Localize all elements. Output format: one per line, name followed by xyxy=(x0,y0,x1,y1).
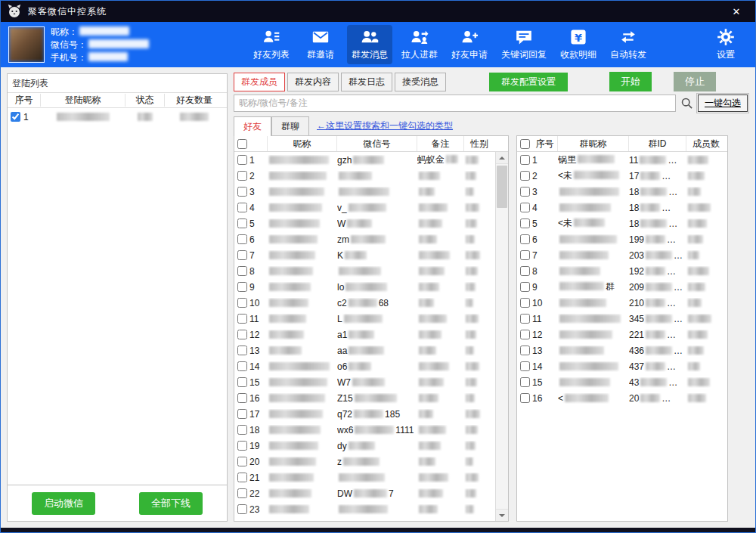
friend-row[interactable]: 1gzh蚂蚁金 xyxy=(234,152,495,168)
friend-row[interactable]: 10c268 xyxy=(234,295,495,311)
friend-row-checkbox[interactable] xyxy=(237,377,247,387)
friend-row[interactable]: 19dy xyxy=(234,438,495,454)
tab-members[interactable]: 群发成员 xyxy=(234,73,285,91)
group-row[interactable]: 418… xyxy=(517,200,727,215)
group-row-checkbox[interactable] xyxy=(520,393,530,403)
tab-log[interactable]: 群发日志 xyxy=(341,73,392,91)
group-row-checkbox[interactable] xyxy=(520,187,530,197)
login-row-checkbox[interactable] xyxy=(11,112,20,122)
friend-row[interactable]: 8 xyxy=(234,263,495,279)
search-icon[interactable] xyxy=(680,97,693,110)
friend-row-checkbox[interactable] xyxy=(237,393,247,403)
group-row[interactable]: 2<未17… xyxy=(517,168,727,184)
nav-item-mass-message[interactable]: 群发消息 xyxy=(347,25,392,64)
friend-row[interactable]: 14o6 xyxy=(234,358,495,374)
nav-item-friend-list[interactable]: 好友列表 xyxy=(249,25,294,64)
group-row[interactable]: 1锅里11… xyxy=(517,152,727,168)
group-row-checkbox[interactable] xyxy=(520,234,530,244)
friend-row-checkbox[interactable] xyxy=(237,266,247,276)
friend-row[interactable]: 9lo xyxy=(234,279,495,295)
all-offline-button[interactable]: 全部下线 xyxy=(139,492,203,515)
friend-row[interactable]: 21 xyxy=(234,469,495,485)
friends-select-all-checkbox[interactable] xyxy=(237,139,247,149)
friend-row-checkbox[interactable] xyxy=(237,171,247,181)
tab-content[interactable]: 群发内容 xyxy=(287,73,339,91)
group-row-checkbox[interactable] xyxy=(520,330,530,339)
scroll-down-icon[interactable] xyxy=(496,509,508,521)
group-row[interactable]: 12221… xyxy=(517,327,727,342)
friend-row[interactable]: 15W7 xyxy=(234,374,495,390)
scroll-up-icon[interactable] xyxy=(496,152,508,164)
friend-row[interactable]: 20z xyxy=(234,454,495,469)
friend-row-checkbox[interactable] xyxy=(237,409,247,419)
friend-row[interactable]: 17q72185 xyxy=(234,406,495,422)
friend-row-checkbox[interactable] xyxy=(237,155,247,165)
friend-row[interactable]: 18wx61111 xyxy=(234,422,495,438)
friend-row-checkbox[interactable] xyxy=(237,346,247,355)
friend-row-checkbox[interactable] xyxy=(237,282,247,292)
group-row-checkbox[interactable] xyxy=(520,155,530,165)
search-input[interactable] xyxy=(234,95,676,112)
group-row[interactable]: 13436… xyxy=(517,342,727,358)
group-row-checkbox[interactable] xyxy=(520,346,530,355)
friend-row-checkbox[interactable] xyxy=(237,488,247,498)
friend-row[interactable]: 11L xyxy=(234,311,495,327)
group-row[interactable]: 5<未18… xyxy=(517,215,727,231)
nav-item-auto-forward[interactable]: 自动转发 xyxy=(606,25,651,64)
group-row[interactable]: 318… xyxy=(517,184,727,200)
nav-item-payment-detail[interactable]: ¥收款明细 xyxy=(556,25,601,64)
group-row-checkbox[interactable] xyxy=(520,361,530,371)
friend-row-checkbox[interactable] xyxy=(237,504,247,514)
friend-row[interactable]: 23 xyxy=(234,501,495,517)
friend-row-checkbox[interactable] xyxy=(237,361,247,371)
friends-scrollbar[interactable] xyxy=(495,152,508,521)
group-row[interactable]: 9群209… xyxy=(517,279,727,295)
scrollbar-thumb[interactable] xyxy=(497,166,507,208)
search-type-hint-link[interactable]: ←这里设置搜索和一键勾选的类型 xyxy=(317,119,453,135)
close-icon[interactable]: ✕ xyxy=(723,1,749,22)
group-row-checkbox[interactable] xyxy=(520,282,530,292)
group-row-checkbox[interactable] xyxy=(520,298,530,308)
friend-row[interactable]: 2 xyxy=(234,168,495,184)
nav-item-group-invite[interactable]: 群邀请 xyxy=(299,25,342,64)
group-row[interactable]: 8192… xyxy=(517,263,727,279)
friend-row-checkbox[interactable] xyxy=(237,234,247,244)
friend-row[interactable]: 4v_ xyxy=(234,200,495,215)
group-row[interactable]: 1543… xyxy=(517,374,727,390)
group-row-checkbox[interactable] xyxy=(520,377,530,387)
friend-row[interactable]: 7K xyxy=(234,247,495,263)
mass-config-button[interactable]: 群发配置设置 xyxy=(489,73,568,91)
tab-receive[interactable]: 接受消息 xyxy=(395,73,446,91)
nav-item-keyword-reply[interactable]: 关键词回复 xyxy=(497,25,551,64)
friend-row[interactable]: 16Z15 xyxy=(234,390,495,406)
friend-row[interactable]: 3 xyxy=(234,184,495,200)
nav-item-settings[interactable]: 设置 xyxy=(704,25,748,64)
friend-row-checkbox[interactable] xyxy=(237,298,247,308)
friend-row-checkbox[interactable] xyxy=(237,473,247,482)
friend-row[interactable]: 13aa xyxy=(234,342,495,358)
subtab-groups[interactable]: 群聊 xyxy=(271,116,309,135)
friend-row-checkbox[interactable] xyxy=(237,330,247,339)
login-row[interactable]: 1 xyxy=(8,108,227,126)
friend-row-checkbox[interactable] xyxy=(237,457,247,466)
group-row[interactable]: 14437… xyxy=(517,358,727,374)
group-row[interactable]: 10210… xyxy=(517,295,727,311)
group-row-checkbox[interactable] xyxy=(520,314,530,324)
friend-row-checkbox[interactable] xyxy=(237,187,247,197)
friend-row-checkbox[interactable] xyxy=(237,314,247,324)
groups-select-all-checkbox[interactable] xyxy=(520,139,530,149)
stop-button[interactable]: 停止 xyxy=(674,72,716,91)
group-row-checkbox[interactable] xyxy=(520,250,530,260)
nav-item-pull-into-group[interactable]: 拉人进群 xyxy=(397,25,442,64)
group-row[interactable]: 7203… xyxy=(517,247,727,263)
friend-row-checkbox[interactable] xyxy=(237,218,247,228)
one-click-select-button[interactable]: 一键勾选 xyxy=(698,95,748,112)
friend-row[interactable]: 5W xyxy=(234,215,495,231)
group-row[interactable]: 16<20… xyxy=(517,390,727,406)
nav-item-friend-request[interactable]: 好友申请 xyxy=(447,25,492,64)
friend-row[interactable]: 22DW7 xyxy=(234,485,495,501)
group-row-checkbox[interactable] xyxy=(520,171,530,181)
start-button[interactable]: 开始 xyxy=(609,72,652,91)
friend-row-checkbox[interactable] xyxy=(237,441,247,451)
group-row[interactable]: 6199… xyxy=(517,231,727,247)
